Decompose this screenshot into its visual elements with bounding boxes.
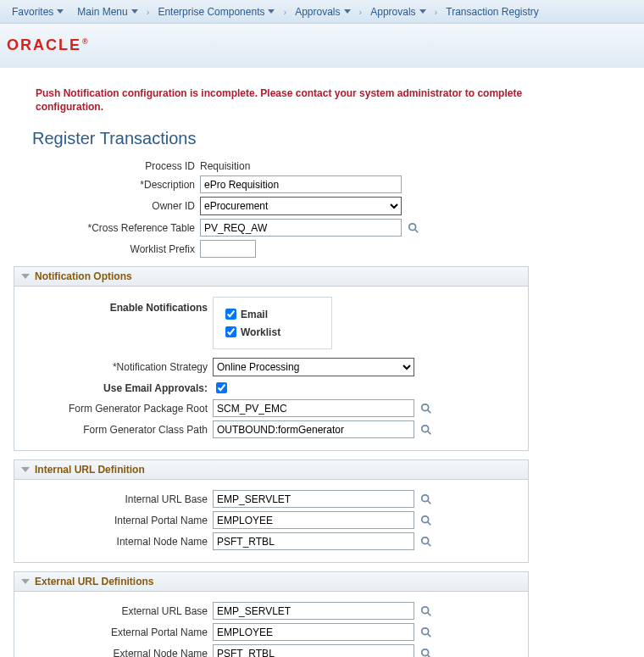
- nav-main-menu-label: Main Menu: [77, 6, 127, 18]
- row-enable-notifications: Enable Notifications Email Worklist: [19, 297, 523, 349]
- checkbox-use-email-approvals[interactable]: [216, 382, 227, 393]
- input-internal-url-base[interactable]: [213, 490, 414, 508]
- row-cross-ref-table: *Cross Reference Table: [7, 219, 637, 237]
- oracle-logo-text: ORACLE: [7, 36, 81, 53]
- row-external-node-name: External Node Name: [19, 644, 523, 657]
- lookup-icon[interactable]: [419, 604, 433, 618]
- nav-transaction-registry-label: Transaction Registry: [446, 6, 539, 18]
- nav-enterprise-components[interactable]: Enterprise Components: [151, 0, 281, 23]
- svg-point-8: [422, 516, 429, 523]
- label-internal-portal-name: Internal Portal Name: [19, 515, 213, 526]
- svg-point-14: [422, 628, 429, 635]
- row-process-id: Process ID Requisition: [7, 160, 637, 172]
- oracle-logo-dot: ®: [82, 37, 90, 46]
- row-use-email-approvals: Use Email Approvals:: [19, 380, 523, 396]
- nav-main-menu[interactable]: Main Menu: [70, 0, 144, 23]
- section-head-notification[interactable]: Notification Options: [14, 267, 528, 287]
- section-body-notification: Enable Notifications Email Worklist *Not…: [14, 287, 528, 450]
- checkbox-worklist-label: Worklist: [241, 326, 280, 338]
- svg-line-15: [428, 634, 431, 638]
- nav-approvals-2-label: Approvals: [370, 6, 415, 18]
- svg-line-9: [428, 522, 431, 526]
- section-internal-url: Internal URL Definition Internal URL Bas…: [14, 459, 529, 563]
- section-body-external-url: External URL Base External Portal Name E…: [14, 592, 528, 657]
- svg-point-12: [422, 607, 429, 614]
- select-notification-strategy[interactable]: Online Processing: [213, 358, 414, 376]
- checkbox-worklist[interactable]: [225, 326, 236, 337]
- lookup-icon[interactable]: [419, 493, 433, 506]
- chevron-right-icon: ›: [433, 7, 440, 17]
- input-internal-portal-name[interactable]: [213, 511, 414, 529]
- enable-notifications-frame: Email Worklist: [213, 297, 332, 349]
- input-internal-node-name[interactable]: [213, 532, 414, 550]
- input-external-node-name[interactable]: [213, 644, 414, 657]
- label-notification-strategy: *Notification Strategy: [19, 361, 213, 373]
- svg-point-2: [422, 404, 429, 411]
- chevron-right-icon: ›: [358, 7, 364, 17]
- oracle-logo: ORACLE®: [7, 36, 90, 54]
- input-description[interactable]: [200, 175, 402, 193]
- label-external-portal-name: External Portal Name: [19, 626, 213, 638]
- label-enable-notifications: Enable Notifications: [19, 297, 213, 314]
- svg-line-3: [428, 410, 431, 414]
- input-external-url-base[interactable]: [213, 602, 414, 620]
- checkbox-email[interactable]: [225, 309, 236, 320]
- collapse-icon: [21, 274, 30, 279]
- breadcrumb: Favorites Main Menu › Enterprise Compone…: [0, 0, 644, 24]
- input-class-path[interactable]: [213, 420, 414, 438]
- row-external-portal-name: External Portal Name: [19, 623, 523, 641]
- row-worklist-prefix: Worklist Prefix: [7, 240, 637, 258]
- row-description: *Description: [7, 175, 637, 193]
- alert-message: Push Notification configuration is incom…: [36, 86, 561, 114]
- nav-transaction-registry[interactable]: Transaction Registry: [439, 0, 546, 23]
- label-internal-node-name: Internal Node Name: [19, 536, 213, 548]
- nav-approvals-1-label: Approvals: [295, 6, 340, 18]
- lookup-icon[interactable]: [419, 535, 433, 548]
- svg-line-5: [428, 432, 431, 435]
- svg-point-10: [422, 537, 429, 544]
- value-process-id: Requisition: [200, 160, 250, 172]
- lookup-icon[interactable]: [419, 402, 433, 415]
- svg-point-6: [422, 495, 429, 502]
- input-external-portal-name[interactable]: [213, 623, 414, 641]
- row-class-path: Form Generator Class Path: [19, 420, 523, 438]
- lookup-icon[interactable]: [419, 626, 433, 639]
- lookup-icon[interactable]: [407, 221, 420, 235]
- chevron-down-icon: [344, 9, 351, 14]
- logo-bar: ORACLE®: [0, 24, 644, 68]
- label-process-id: Process ID: [7, 160, 200, 172]
- svg-line-11: [428, 543, 431, 547]
- lookup-icon[interactable]: [419, 423, 433, 437]
- section-head-external-url[interactable]: External URL Definitions: [14, 572, 528, 592]
- label-pkg-root: Form Generator Package Root: [19, 403, 213, 415]
- row-owner-id: Owner ID eProcurement: [7, 197, 637, 215]
- checkbox-row-worklist: Worklist: [222, 324, 280, 340]
- chevron-right-icon: ›: [145, 7, 152, 17]
- svg-line-7: [428, 501, 431, 504]
- chevron-down-icon: [57, 9, 64, 14]
- section-notification-options: Notification Options Enable Notification…: [14, 266, 529, 451]
- row-internal-node-name: Internal Node Name: [19, 532, 523, 550]
- input-pkg-root[interactable]: [213, 399, 414, 417]
- lookup-icon[interactable]: [419, 647, 433, 657]
- label-internal-url-base: Internal URL Base: [19, 493, 213, 505]
- lookup-icon[interactable]: [419, 514, 433, 527]
- nav-favorites-label: Favorites: [12, 6, 53, 18]
- svg-point-16: [422, 649, 429, 656]
- nav-approvals-1[interactable]: Approvals: [288, 0, 357, 23]
- select-owner-id[interactable]: eProcurement: [200, 197, 402, 215]
- checkbox-row-email: Email: [222, 306, 280, 322]
- chevron-down-icon: [268, 9, 275, 14]
- row-pkg-root: Form Generator Package Root: [19, 399, 523, 417]
- input-cross-ref-table[interactable]: [200, 219, 402, 237]
- label-use-email-approvals: Use Email Approvals:: [19, 382, 213, 394]
- section-head-internal-url[interactable]: Internal URL Definition: [14, 460, 528, 480]
- page-title: Register Transactions: [32, 129, 637, 148]
- row-external-url-base: External URL Base: [19, 602, 523, 620]
- nav-favorites[interactable]: Favorites: [5, 0, 70, 23]
- label-class-path: Form Generator Class Path: [19, 424, 213, 436]
- input-worklist-prefix[interactable]: [200, 240, 256, 258]
- collapse-icon: [21, 579, 30, 584]
- svg-line-13: [428, 613, 431, 616]
- nav-approvals-2[interactable]: Approvals: [364, 0, 432, 23]
